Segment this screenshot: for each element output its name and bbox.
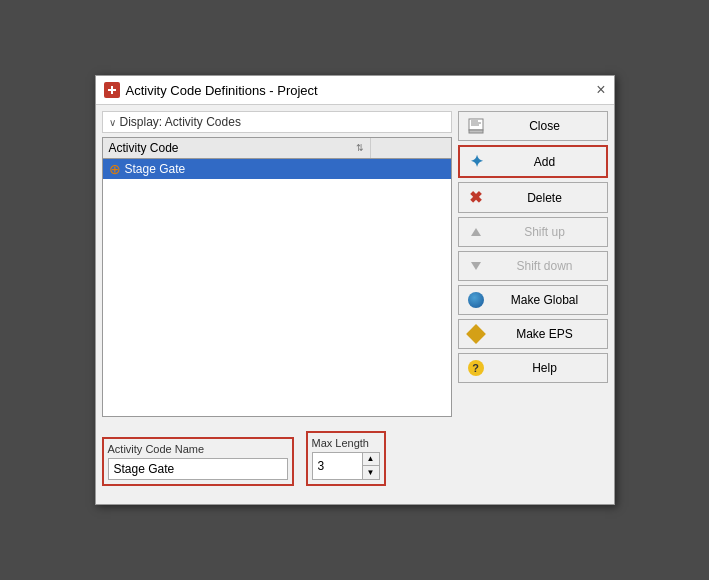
sort-icon: ⇅ (356, 143, 364, 153)
make-eps-label: Make EPS (491, 327, 599, 341)
make-eps-button[interactable]: Make EPS (458, 319, 608, 349)
table-header-col1: Activity Code ⇅ (103, 138, 371, 158)
diamond-icon (467, 327, 485, 341)
make-global-button[interactable]: Make Global (458, 285, 608, 315)
left-panel: ∨ Display: Activity Codes Activity Code … (102, 111, 452, 417)
make-global-label: Make Global (491, 293, 599, 307)
shift-up-icon (467, 228, 485, 236)
max-length-group: Max Length ▲ ▼ (306, 431, 386, 486)
app-icon (104, 82, 120, 98)
shift-down-button[interactable]: Shift down (458, 251, 608, 281)
help-button-label: Help (491, 361, 599, 375)
activity-code-name-group: Activity Code Name (102, 437, 294, 486)
shift-down-label: Shift down (491, 259, 599, 273)
max-length-input[interactable] (312, 452, 362, 480)
help-button[interactable]: ? Help (458, 353, 608, 383)
svg-rect-4 (469, 130, 483, 133)
bottom-area: Activity Code Name Max Length ▲ ▼ (96, 423, 614, 494)
delete-button[interactable]: ✖ Delete (458, 182, 608, 213)
shift-down-icon (467, 262, 485, 270)
close-icon (467, 118, 485, 134)
delete-button-label: Delete (491, 191, 599, 205)
activity-code-table: Activity Code ⇅ ⊕ Stage Gate (102, 137, 452, 417)
add-icon: ✦ (468, 152, 486, 171)
title-bar-left: Activity Code Definitions - Project (104, 82, 318, 98)
shift-up-label: Shift up (491, 225, 599, 239)
spinbox-buttons: ▲ ▼ (362, 452, 380, 480)
max-length-label: Max Length (312, 437, 380, 449)
globe-icon (467, 292, 485, 308)
display-bar: ∨ Display: Activity Codes (102, 111, 452, 133)
main-window: Activity Code Definitions - Project × ∨ … (95, 75, 615, 505)
display-bar-label: Display: Activity Codes (120, 115, 241, 129)
window-close-button[interactable]: × (596, 82, 605, 98)
svg-rect-2 (111, 86, 113, 94)
table-row[interactable]: ⊕ Stage Gate (103, 159, 451, 179)
shift-up-button[interactable]: Shift up (458, 217, 608, 247)
row-icon: ⊕ (109, 161, 121, 177)
row-name: Stage Gate (125, 162, 186, 176)
close-button[interactable]: Close (458, 111, 608, 141)
add-button[interactable]: ✦ Add (458, 145, 608, 178)
delete-icon: ✖ (467, 188, 485, 207)
spin-up-button[interactable]: ▲ (363, 453, 379, 466)
activity-code-name-label: Activity Code Name (108, 443, 288, 455)
spin-down-button[interactable]: ▼ (363, 466, 379, 479)
help-icon: ? (467, 360, 485, 376)
table-header-col2 (371, 138, 451, 158)
activity-code-name-input[interactable] (108, 458, 288, 480)
table-header: Activity Code ⇅ (103, 138, 451, 159)
right-panel: Close ✦ Add ✖ Delete Shift up (458, 111, 608, 417)
title-bar: Activity Code Definitions - Project × (96, 76, 614, 105)
max-length-spinbox: ▲ ▼ (312, 452, 380, 480)
content-area: ∨ Display: Activity Codes Activity Code … (96, 105, 614, 423)
window-title: Activity Code Definitions - Project (126, 83, 318, 98)
close-button-label: Close (491, 119, 599, 133)
add-button-label: Add (492, 155, 598, 169)
chevron-icon: ∨ (109, 117, 116, 128)
